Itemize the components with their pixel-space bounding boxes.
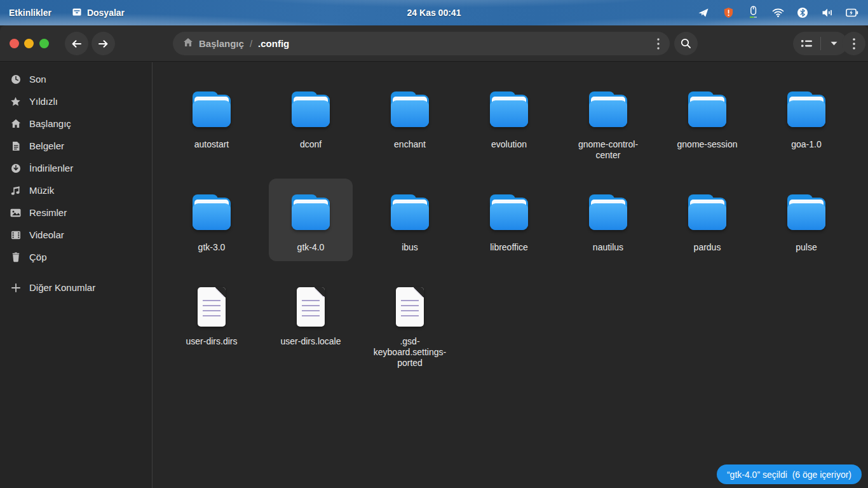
file-item-gnome-control-center[interactable]: gnome-control-center [566,76,650,167]
sidebar-item-pictures[interactable]: Resimler [5,201,147,224]
file-name-label: nautilus [593,242,623,253]
file-name-label: gtk-3.0 [198,242,226,253]
file-name-label: dconf [300,139,322,150]
wifi-icon[interactable] [771,4,785,21]
file-item-evolution[interactable]: evolution [467,76,551,167]
folder-icon [390,193,430,233]
download-icon [10,163,21,173]
folder-icon [588,193,628,233]
folder-icon [588,90,628,130]
file-item-pardus[interactable]: pardus [665,179,749,261]
sidebar-item-label: Çöp [29,252,47,262]
sidebar-item-label: Resimler [29,207,67,218]
top-panel: Etkinlikler Dosyalar 24 Kas 00:41 [0,0,868,25]
file-item-user-dirs.dirs[interactable]: user-dirs.dirs [170,273,254,375]
folder-icon [687,193,728,233]
file-item-.gsd-keyboard.settings-ported[interactable]: .gsd-keyboard.settings-ported [368,273,452,375]
bluetooth-icon[interactable] [796,4,810,21]
sidebar-item-downloads[interactable]: İndirilenler [5,157,147,179]
sidebar-item-documents[interactable]: Belgeler [5,135,147,157]
file-name-label: enchant [394,139,426,150]
headerbar: Başlangıç / .config [0,25,868,62]
path-bar[interactable]: Başlangıç / .config [173,32,670,55]
file-grid: autostartdconfenchantevolutiongnome-cont… [153,62,868,375]
sidebar-item-label: Müzik [29,185,54,196]
sidebar-item-trash[interactable]: Çöp [5,246,147,268]
image-icon [10,208,21,217]
battery-icon[interactable] [845,4,859,21]
file-item-gtk-3.0[interactable]: gtk-3.0 [170,179,254,261]
file-name-label: libreoffice [490,242,528,253]
folder-icon [290,193,331,233]
search-button[interactable] [674,32,698,55]
telegram-icon[interactable] [696,4,710,21]
maximize-button[interactable] [39,39,49,48]
sidebar-item-label: Diğer Konumlar [29,282,95,293]
file-item-gnome-session[interactable]: gnome-session [665,76,749,167]
folder-icon [687,90,728,130]
file-name-label: autostart [194,139,229,150]
file-item-nautilus[interactable]: nautilus [566,179,650,261]
file-item-dconf[interactable]: dconf [269,76,353,167]
home-icon [183,37,193,50]
text-file-icon [290,287,331,327]
file-item-gtk-4.0[interactable]: gtk-4.0 [269,179,353,261]
minimize-button[interactable] [24,39,34,48]
file-item-goa-1.0[interactable]: goa-1.0 [764,76,848,167]
mouse-battery-icon[interactable] [746,4,760,21]
activities-button[interactable]: Etkinlikler [9,8,51,18]
clock-label[interactable]: 24 Kas 00:41 [407,8,461,18]
file-name-label: gnome-session [677,139,738,150]
file-name-label: goa-1.0 [791,139,821,150]
path-menu-icon[interactable] [657,32,660,55]
file-item-autostart[interactable]: autostart [170,76,254,167]
file-item-ibus[interactable]: ibus [368,179,452,261]
file-name-label: user-dirs.locale [281,336,341,347]
back-button[interactable] [65,32,88,55]
sidebar-item-music[interactable]: Müzik [5,179,147,201]
folder-icon [191,90,232,130]
file-browser-content[interactable]: autostartdconfenchantevolutiongnome-cont… [153,62,868,488]
volume-icon[interactable] [820,4,834,21]
sidebar-item-starred[interactable]: Yıldızlı [5,90,147,112]
sidebar-item-recent[interactable]: Son [5,68,147,90]
breadcrumb-separator: / [250,38,252,49]
home-icon [10,119,21,128]
forward-button[interactable] [92,32,115,55]
sidebar-item-home[interactable]: Başlangıç [5,112,147,135]
hamburger-menu-button[interactable] [842,32,865,55]
music-icon [10,186,21,196]
close-button[interactable] [10,39,19,48]
file-item-user-dirs.locale[interactable]: user-dirs.locale [269,273,353,375]
sidebar-item-other-locations[interactable]: Diğer Konumlar [5,276,147,299]
breadcrumb-current[interactable]: .config [258,38,289,49]
file-name-label: evolution [491,139,527,150]
file-item-pulse[interactable]: pulse [764,179,848,261]
sidebar-item-label: Yıldızlı [29,96,58,107]
text-file-icon [191,287,232,327]
sidebar-item-videos[interactable]: Videolar [5,224,147,246]
files-window: Başlangıç / .config [0,25,868,488]
folder-icon [191,193,232,233]
file-name-label: ibus [402,242,418,253]
folder-icon [786,193,827,233]
folder-icon [290,90,331,130]
file-name-label: user-dirs.dirs [186,336,238,347]
file-item-enchant[interactable]: enchant [368,76,452,167]
file-name-label: gtk-4.0 [297,242,325,253]
focused-app-button[interactable]: Dosyalar [72,7,125,19]
clock-icon [10,74,21,85]
file-item-libreoffice[interactable]: libreoffice [467,179,551,261]
list-view-button[interactable] [793,32,820,55]
sidebar: SonYıldızlıBaşlangıçBelgelerİndirilenler… [0,62,153,488]
sidebar-item-label: Son [29,74,46,85]
selection-status-badge: “gtk-4.0” seçildi (6 öge içeriyor) [717,464,862,484]
folder-icon [489,90,529,130]
file-name-label: pardus [694,242,721,253]
file-name-label: gnome-control-center [568,139,648,161]
shield-warning-icon[interactable] [721,4,735,21]
breadcrumb-root[interactable]: Başlangıç [199,38,244,49]
system-tray[interactable] [696,4,868,21]
plus-icon [10,283,21,293]
file-name-label: pulse [796,242,817,253]
